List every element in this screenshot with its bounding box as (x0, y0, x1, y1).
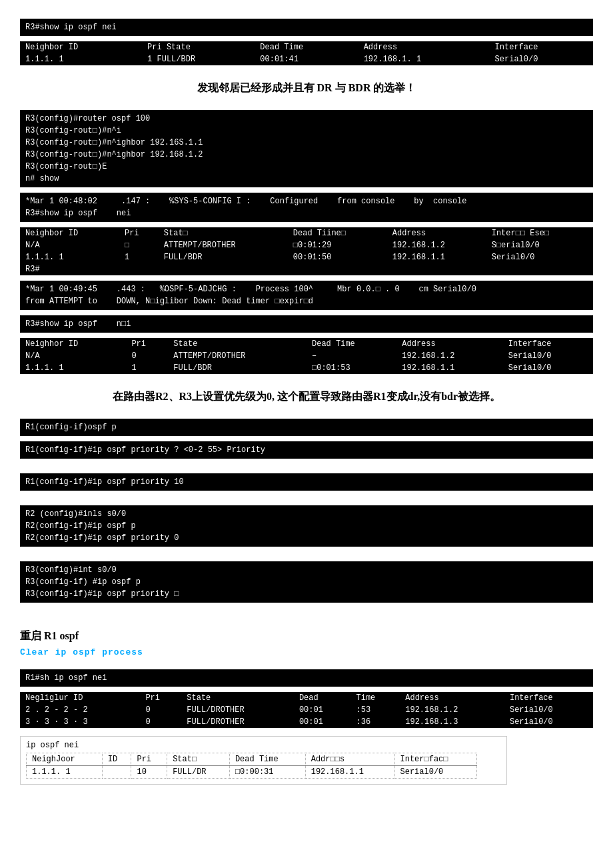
t3-col-neighbor: Neighhor ID (20, 338, 126, 350)
t3-col-iface: Interface (503, 338, 593, 350)
t4-r1-pri: 0 (140, 704, 181, 716)
t4-col-addr: Address (400, 692, 504, 704)
t4-r2-pri: 0 (140, 716, 181, 728)
terminal-section3-line1: R1(config-if)ospf p (20, 419, 593, 436)
t4-r2-iface: Serial0/0 (504, 716, 593, 728)
wt-col-neighbor: NeighJoor (27, 753, 103, 766)
row1-neighbor-id: 1.1.1. 1 (20, 53, 142, 65)
wt-r1-addr: 192.168.1.1 (305, 766, 394, 779)
t3-r2-neighbor: 1.1.1. 1 (20, 362, 126, 374)
t4-col-time: Time (350, 692, 400, 704)
t3-r1-iface: Serial0/0 (503, 350, 593, 362)
t3-r2-iface: Serial0/0 (503, 362, 593, 374)
t2-r2-iface: Serial0/0 (486, 251, 593, 263)
t2-r2-dead: 00:01:50 (288, 251, 387, 263)
wt-r1-id (102, 766, 131, 779)
col-address: Address (358, 41, 490, 53)
t2-r2-neighbor: 1.1.1. 1 (20, 251, 119, 263)
t3-r2-state: FULL/BDR (168, 362, 306, 374)
wt-r1-dead: □0:00:31 (229, 766, 305, 779)
wt-col-state: Stat□ (167, 753, 230, 766)
t2-r3-prompt: R3# (20, 263, 119, 275)
t2-r1-pri: □ (119, 239, 159, 251)
t4-r2-neighbor: 3 · 3 · 3 · 3 (20, 716, 140, 728)
t4-col-pri: Pri (140, 692, 181, 704)
wt-r1-neighbor: 1.1.1. 1 (27, 766, 103, 779)
t2-col-pri: Pri (119, 227, 159, 239)
wt-r1-pri: 10 (131, 766, 167, 779)
white-table1: NeighJoor ID Pri Stat□ Dead Time Addr□□s… (26, 753, 477, 779)
col-interface: Interface (490, 41, 593, 53)
col-dead-time: Dead Time (255, 41, 358, 53)
terminal-section1-cmd: R3#show ip ospf nei (20, 19, 593, 36)
t3-r1-state: ATTEMPT/DROTHER (168, 350, 306, 362)
t3-r1-dead: – (306, 350, 396, 362)
clear-command-label: Clear ip ospf process (20, 647, 593, 657)
terminal-section3-r3block: R3(config)#int s0/0 R3(config-if) #ip os… (20, 561, 593, 603)
t4-r1-dead: 00:01 (294, 704, 351, 716)
t2-r1-iface: S□erial0/0 (486, 239, 593, 251)
col-pri-state: Pri State (142, 41, 255, 53)
terminal-table4: Negliglur ID Pri State Dead Time Address… (20, 692, 593, 728)
t2-r1-addr: 192.168.1.2 (387, 239, 486, 251)
t4-r1-addr: 192.168.1.2 (400, 704, 504, 716)
wt-col-addr: Addr□□s (305, 753, 394, 766)
wt-col-id: ID (102, 753, 131, 766)
t3-r2-pri: 1 (126, 362, 168, 374)
t3-r1-neighbor: N/A (20, 350, 126, 362)
wt-col-iface: Inter□fac□ (394, 753, 477, 766)
t2-r1-neighbor: N/A (20, 239, 119, 251)
t4-r1-state: FULL/DROTHER (181, 704, 294, 716)
row1-pri-state: 1 FULL/BDR (142, 53, 255, 65)
t4-col-state: State (181, 692, 294, 704)
terminal-table3: Neighhor ID Pri State Dead Time Address … (20, 338, 593, 374)
t4-col-neighbor: Negliglur ID (20, 692, 140, 704)
t4-r2-addr: 192.168.1.3 (400, 716, 504, 728)
t4-r1-iface: Serial0/0 (504, 704, 593, 716)
t4-r1-neighbor: 2 . 2 - 2 - 2 (20, 704, 140, 716)
t4-r2-dead: 00:01 (294, 716, 351, 728)
terminal-section2-ospf-log: *Mar 1 00:49:45 .443 : %OSPF-5-ADJCHG : … (20, 281, 593, 310)
t4-col-dead: Dead (294, 692, 351, 704)
terminal-section2-syslog: *Mar 1 00:48:02 .147 : %SYS-5-CONFIG I :… (20, 193, 593, 222)
terminal-section3-r2block: R2 (config)#inls s0/0 R2(config-if)#ip o… (20, 505, 593, 547)
t3-col-addr: Address (396, 338, 502, 350)
t2-r2-addr: 192.168.1.1 (387, 251, 486, 263)
terminal-section3-line2: R1(config-if)#ip ospf priority ? <0-2 55… (20, 441, 593, 459)
wt-col-dead: Dead Time (229, 753, 305, 766)
section-heading-1: 发现邻居已经形成并且有 DR 与 BDR 的选举！ (20, 81, 593, 95)
wt-r1-iface: Serial0/0 (394, 766, 477, 779)
row1-dead-time: 00:01:41 (255, 53, 358, 65)
t4-r2-state: FULL/DROTHER (181, 716, 294, 728)
terminal-section2-show2: R3#show ip ospf n□i (20, 315, 593, 333)
t2-r1-dead: □0:01:29 (288, 239, 387, 251)
white-block-cmd: ip ospf nei (26, 741, 501, 750)
terminal-table2: Neighbor ID Pri Stat□ Dead Tiine□ Addres… (20, 227, 593, 275)
t4-r1-time: :53 (350, 704, 400, 716)
t2-r2-pri: 1 (119, 251, 159, 263)
t4-r2-time: :36 (350, 716, 400, 728)
t3-col-state: State (168, 338, 306, 350)
restart-heading: 重启 R1 ospf (20, 629, 593, 643)
row1-address: 192.168.1. 1 (358, 53, 490, 65)
t4-col-iface: Interface (504, 692, 593, 704)
terminal-section3-line3: R1(config-if)#ip ospf priority 10 (20, 473, 593, 491)
terminal-table1: Neighbor ID Pri State Dead Time Address … (20, 41, 593, 65)
t2-col-iface: Inter□□ Ese□ (486, 227, 593, 239)
terminal-section4-cmd1: R1#sh ip ospf nei (20, 669, 593, 687)
t3-col-dead: Dead Time (306, 338, 396, 350)
terminal-section2-lines: R3(config)#router ospf 100 R3(config-rou… (20, 110, 593, 187)
col-neighbor-id: Neighbor ID (20, 41, 142, 53)
t2-col-dead: Dead Tiine□ (288, 227, 387, 239)
t2-r1-state: ATTEMPT/BROTHER (159, 239, 288, 251)
t3-r1-pri: 0 (126, 350, 168, 362)
t3-r2-dead: □0:01:53 (306, 362, 396, 374)
t3-r2-addr: 192.168.1.1 (396, 362, 502, 374)
t2-col-state: Stat□ (159, 227, 288, 239)
row1-interface: Serial0/0 (490, 53, 593, 65)
wt-col-pri: Pri (131, 753, 167, 766)
t2-col-addr: Address (387, 227, 486, 239)
t2-r2-state: FULL/BDR (159, 251, 288, 263)
t3-r1-addr: 192.168.1.2 (396, 350, 502, 362)
t2-col-neighbor: Neighbor ID (20, 227, 119, 239)
